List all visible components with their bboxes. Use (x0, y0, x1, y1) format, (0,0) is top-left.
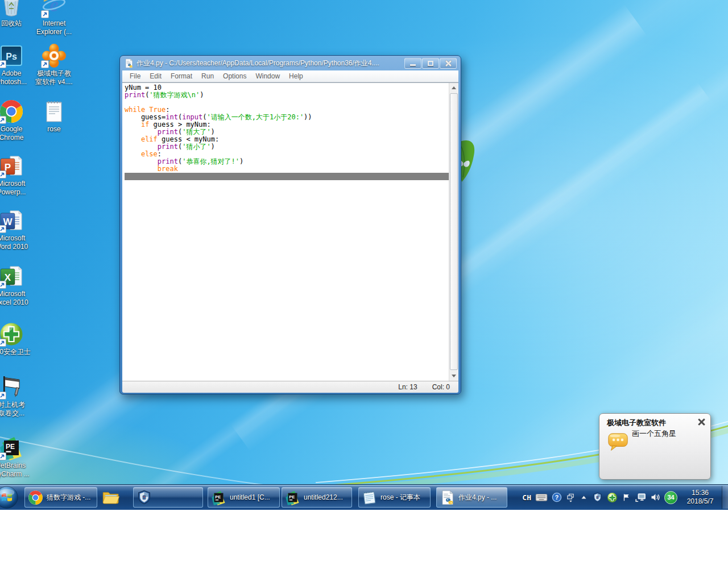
code-token: else (141, 150, 158, 158)
desktop-icon-label: 回收站 (0, 19, 34, 28)
code-line-13[interactable] (125, 173, 449, 180)
scroll-down-icon (452, 375, 456, 377)
desktop-icon-rose[interactable]: rose (31, 97, 77, 134)
security-score-badge[interactable]: 34 (664, 491, 677, 504)
desktop-icon-label: Microsoft Excel 2010 (0, 290, 34, 307)
desktop-icon-jiyu-classroom[interactable]: 极域电子教 室软件 v4.... (31, 41, 77, 86)
desktop-icon-360-safe[interactable]: 360安全卫士 (0, 319, 34, 356)
code-token: '猜大了' (182, 128, 210, 136)
word-icon: W (0, 206, 25, 233)
menu-options[interactable]: Options (218, 71, 251, 81)
popup-close-icon[interactable] (697, 418, 705, 426)
taskbar-button-chrome-window[interactable]: 猜数字游戏 -... (24, 487, 97, 508)
tray-speaker-icon[interactable] (650, 492, 660, 502)
shield-icon (136, 490, 152, 505)
svg-text:PE: PE (6, 443, 15, 451)
taskbar-button-pycharm-untitled1[interactable]: PE untitled1 [C... (208, 487, 280, 508)
message-bubble-icon (607, 432, 630, 453)
window-titlebar[interactable]: 作业4.py - C:/Users/teacher/AppData/Local/… (122, 56, 458, 70)
desktop-icon-label: 360安全卫士 (0, 348, 34, 356)
window-controls (404, 58, 457, 69)
tray-keyboard-icon[interactable] (535, 491, 548, 504)
desktop-icon-label: 时上机考 取卷交... (0, 401, 34, 418)
taskbar-button-windows-explorer[interactable] (99, 487, 124, 508)
code-token: True (149, 106, 166, 114)
desktop-icon-microsoft-word[interactable]: WMicrosoft Word 2010 (0, 206, 34, 251)
system-tray: CH ? 34 15:36 2018/5/7 (522, 485, 719, 510)
taskbar-button-label: untitled212... (304, 493, 343, 501)
desktop-icon-label: JetBrains PyCharm ... (0, 462, 34, 479)
status-bar: Ln: 13 Col: 0 (122, 381, 458, 393)
shortcut-arrow-icon (41, 10, 49, 18)
code-line-2[interactable]: print('猜数字游戏\n') (125, 92, 449, 99)
code-token: : (158, 150, 162, 158)
tray-ball-360-icon[interactable] (607, 492, 618, 503)
desktop-icon-google-chrome[interactable]: Google Chrome (0, 97, 34, 142)
ball-360-icon (0, 319, 25, 347)
tray-network-icon[interactable] (635, 492, 646, 503)
shortcut-arrow-icon (41, 60, 49, 68)
close-button[interactable] (440, 58, 457, 69)
taskbar-button-pycharm-untitled212[interactable]: PE untitled212... (282, 487, 352, 508)
code-token: '猜数字游戏\n' (149, 91, 200, 99)
tray-language-bar-restore-icon[interactable] (566, 493, 576, 502)
pycharm-icon: PE (211, 490, 226, 505)
code-token: print (158, 143, 178, 151)
scroll-up-button[interactable] (449, 83, 458, 93)
photoshop-icon: Ps (0, 41, 25, 68)
minimize-button[interactable] (404, 58, 421, 69)
popup-title: 极域电子教室软件 (607, 418, 666, 428)
code-token: yNum = 10 (125, 84, 162, 92)
show-desktop-button[interactable] (722, 486, 728, 509)
menu-help[interactable]: Help (284, 71, 308, 81)
maximize-button[interactable] (422, 58, 439, 69)
scroll-down-button[interactable] (449, 371, 458, 381)
code-token: )) (304, 113, 312, 121)
code-token: ) (211, 128, 215, 136)
ie-icon: e (40, 0, 68, 18)
clock[interactable]: 15:36 2018/5/7 (681, 489, 719, 506)
desktop-icon-microsoft-powerpoint[interactable]: PMicrosoft Powerp... (0, 151, 34, 197)
desktop-icon-jetbrains-pycharm[interactable]: PE JetBrains PyCharm ... (0, 433, 34, 479)
code-token: print (158, 157, 178, 165)
tray-show-hidden-icon[interactable] (580, 493, 588, 502)
start-button[interactable] (0, 485, 19, 509)
code-token (125, 150, 141, 158)
desktop-icon-microsoft-excel[interactable]: XMicrosoft Excel 2010 (0, 261, 34, 307)
tray-action-flag-icon[interactable] (622, 493, 631, 502)
language-indicator[interactable]: CH (522, 493, 531, 502)
clock-date: 2018/5/7 (681, 497, 719, 506)
menu-edit[interactable]: Edit (145, 71, 166, 81)
chrome-icon (0, 97, 25, 124)
tray-help-icon[interactable]: ? (552, 492, 562, 502)
code-token: : (166, 106, 169, 114)
desktop-icon-recycle-bin[interactable]: 回收站 (0, 0, 34, 28)
code-token (125, 120, 141, 128)
recycle-bin-icon (0, 0, 25, 18)
desktop-icon-label: Adobe Photosh... (0, 69, 34, 86)
vertical-scrollbar[interactable] (449, 83, 458, 381)
desktop-icon-adobe-photoshop[interactable]: PsAdobe Photosh... (0, 41, 34, 86)
menu-format[interactable]: Format (166, 71, 197, 81)
shortcut-arrow-icon (0, 339, 6, 347)
menu-run[interactable]: Run (197, 71, 218, 81)
maximize-icon (428, 61, 433, 66)
idle-file-icon (440, 490, 455, 505)
code-editor[interactable]: yNum = 10print('猜数字游戏\n')while True: gue… (122, 83, 449, 381)
taskbar-button-jiyu-student-shield[interactable] (133, 487, 203, 508)
code-line-12[interactable]: break (125, 165, 449, 173)
menu-file[interactable]: File (125, 71, 145, 81)
code-token: ) (200, 91, 204, 99)
code-line-3[interactable] (125, 99, 449, 106)
desktop-icon-exam-flag[interactable]: 时上机考 取卷交... (0, 372, 34, 418)
taskbar-button-idle-homework[interactable]: 作业4.py - ... (436, 487, 507, 508)
code-token: if (141, 120, 149, 128)
status-line: Ln: 13 (398, 383, 417, 391)
menu-window[interactable]: Window (251, 71, 284, 81)
tray-shield-icon[interactable] (592, 492, 603, 503)
desktop-icon-internet-explorer[interactable]: e Internet Explorer (... (31, 0, 77, 36)
code-line-9[interactable]: print('猜小了') (125, 143, 449, 151)
taskbar-button-notepad-rose[interactable]: rose - 记事本 (358, 487, 431, 508)
scrollbar-thumb[interactable] (450, 93, 458, 370)
code-token (125, 143, 158, 151)
